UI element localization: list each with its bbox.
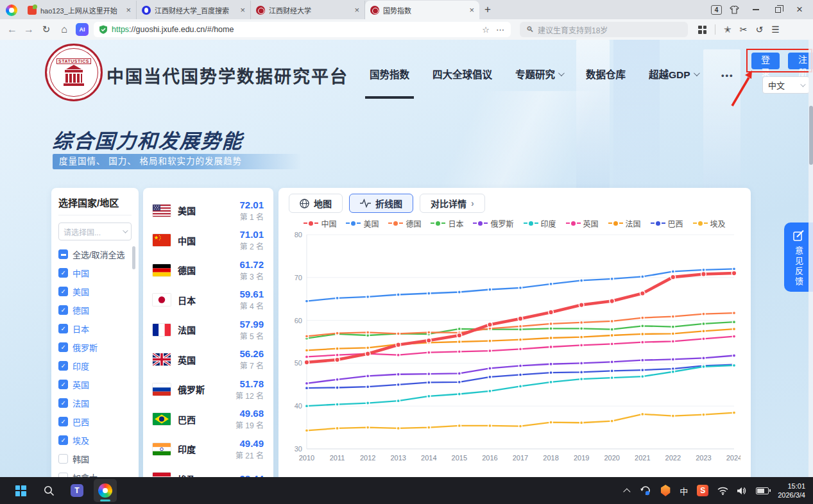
browser-tab[interactable]: 江西财经大学_百度搜索 × bbox=[137, 1, 251, 19]
ranking-row[interactable]: 英国 56.26 第 7 名 bbox=[153, 345, 264, 375]
ranking-row[interactable]: 法国 57.99 第 5 名 bbox=[153, 315, 264, 345]
checkbox[interactable] bbox=[58, 249, 68, 259]
line-view-button[interactable]: 折线图 bbox=[349, 194, 413, 213]
more-options-icon[interactable]: ⋯ bbox=[496, 25, 504, 35]
nav-item[interactable]: 数据仓库 bbox=[586, 67, 626, 81]
window-count-badge[interactable]: 4 bbox=[711, 5, 722, 15]
list-scrollbar-thumb[interactable] bbox=[132, 246, 135, 269]
ranking-row[interactable]: 印度 49.49 第 21 名 bbox=[153, 434, 264, 464]
checkbox[interactable] bbox=[58, 454, 68, 464]
browser-tab[interactable]: hao123_上网从这里开始 × bbox=[22, 1, 137, 19]
map-view-button[interactable]: 地图 bbox=[289, 194, 343, 213]
start-button[interactable] bbox=[9, 479, 32, 502]
taskbar-clock[interactable]: 15:01 2026/3/4 bbox=[778, 482, 805, 500]
checkbox[interactable] bbox=[58, 398, 68, 408]
checkbox[interactable] bbox=[58, 305, 68, 315]
taskbar-browser-button[interactable] bbox=[94, 479, 117, 502]
country-select-dropdown[interactable]: 请选择国... bbox=[58, 223, 132, 240]
back-button[interactable]: ← bbox=[5, 24, 19, 35]
menu-icon[interactable]: ☰ bbox=[771, 24, 780, 35]
nav-item[interactable]: 专题研究 bbox=[515, 67, 563, 81]
country-checkbox-row[interactable]: 印度 bbox=[58, 357, 132, 375]
country-checkbox-row[interactable]: 加拿大 bbox=[58, 468, 132, 477]
legend-item[interactable]: 中国 bbox=[304, 218, 336, 229]
nav-item[interactable]: 国势指数 bbox=[370, 67, 409, 81]
country-checkbox-row[interactable]: 法国 bbox=[58, 394, 132, 412]
ranking-row[interactable]: 中国 71.01 第 2 名 bbox=[153, 226, 264, 256]
taskbar-teams-button[interactable] bbox=[65, 479, 89, 502]
legend-item[interactable]: 法国 bbox=[608, 218, 641, 229]
sync-icon[interactable] bbox=[640, 485, 651, 496]
nav-item[interactable]: 四大全球倡议 bbox=[432, 67, 492, 81]
country-checkbox-row[interactable]: 英国 bbox=[58, 375, 132, 394]
page-scrollbar-thumb[interactable] bbox=[809, 106, 813, 165]
language-select[interactable]: 中文 bbox=[762, 76, 810, 94]
legend-item[interactable]: 美国 bbox=[346, 218, 379, 229]
minimize-button[interactable] bbox=[746, 1, 766, 18]
restore-button[interactable] bbox=[768, 1, 787, 18]
ranking-row[interactable]: 俄罗斯 51.78 第 12 名 bbox=[153, 374, 264, 405]
forward-button[interactable]: → bbox=[22, 24, 36, 35]
screenshot-scissors-icon[interactable]: ✂ bbox=[740, 24, 748, 35]
country-checkbox-row[interactable]: 日本 bbox=[58, 319, 132, 338]
tab-close-icon[interactable]: × bbox=[469, 5, 474, 15]
url-text[interactable]: https://guoshi.jxufe.edu.cn/#/home bbox=[112, 25, 478, 34]
country-checkbox-row[interactable]: 全选/取消全选 bbox=[58, 245, 132, 264]
country-checkbox-row[interactable]: 埃及 bbox=[58, 431, 132, 449]
theme-skin-button[interactable] bbox=[724, 1, 744, 18]
history-undo-icon[interactable]: ↺ bbox=[755, 24, 763, 35]
legend-item[interactable]: 俄罗斯 bbox=[473, 218, 513, 229]
legend-item[interactable]: 日本 bbox=[431, 218, 463, 229]
line-chart[interactable]: 3040506070802010201120122013201420152016… bbox=[289, 230, 740, 466]
apps-grid-icon[interactable] bbox=[698, 26, 706, 34]
sogou-input-icon[interactable] bbox=[697, 485, 708, 496]
checkbox[interactable] bbox=[58, 268, 68, 278]
ranking-row[interactable]: 美国 72.01 第 1 名 bbox=[153, 196, 264, 226]
ranking-row[interactable]: 德国 61.72 第 3 名 bbox=[153, 255, 264, 285]
legend-item[interactable]: 德国 bbox=[388, 218, 421, 229]
tray-expand-icon[interactable] bbox=[623, 488, 630, 495]
site-logo[interactable]: STATUSTICS bbox=[45, 44, 103, 101]
compare-detail-button[interactable]: 对比详情 › bbox=[420, 194, 485, 213]
close-button[interactable]: × bbox=[790, 1, 809, 18]
checkbox[interactable] bbox=[58, 473, 68, 477]
checkbox[interactable] bbox=[58, 342, 68, 352]
country-checkbox-row[interactable]: 德国 bbox=[58, 301, 132, 319]
ranking-row[interactable]: 埃及 38.44 bbox=[153, 464, 264, 478]
ai-assistant-button[interactable]: AI bbox=[76, 23, 89, 36]
favorites-icon[interactable]: ✭ bbox=[724, 24, 732, 35]
tab-close-icon[interactable]: × bbox=[240, 5, 245, 15]
legend-item[interactable]: 埃及 bbox=[693, 218, 726, 229]
wifi-icon[interactable] bbox=[717, 487, 728, 495]
ranking-row[interactable]: 巴西 49.68 第 19 名 bbox=[153, 405, 264, 435]
country-checkbox-row[interactable]: 俄罗斯 bbox=[58, 338, 132, 357]
bookmark-star-icon[interactable]: ☆ bbox=[482, 25, 490, 35]
legend-item[interactable]: 印度 bbox=[524, 218, 556, 229]
country-checkbox-row[interactable]: 巴西 bbox=[58, 412, 132, 431]
checkbox[interactable] bbox=[58, 380, 68, 389]
new-tab-button[interactable]: + bbox=[479, 1, 496, 18]
checkbox[interactable] bbox=[58, 435, 68, 445]
checkbox[interactable] bbox=[58, 287, 68, 296]
taskbar-search-button[interactable] bbox=[37, 479, 60, 502]
nav-item[interactable]: 超越GDP bbox=[649, 67, 698, 81]
browser-tab[interactable]: 江西财经大学 × bbox=[251, 1, 365, 19]
volume-icon[interactable] bbox=[737, 487, 747, 495]
home-button[interactable]: ⌂ bbox=[56, 24, 72, 35]
legend-item[interactable]: 英国 bbox=[566, 218, 599, 229]
address-bar[interactable]: https://guoshi.jxufe.edu.cn/#/home ☆ ⋯ bbox=[94, 22, 511, 37]
battery-icon[interactable] bbox=[756, 487, 769, 494]
tab-close-icon[interactable]: × bbox=[354, 5, 359, 15]
country-checkbox-row[interactable]: 韩国 bbox=[58, 449, 132, 468]
tab-close-icon[interactable]: × bbox=[126, 5, 131, 15]
checkbox[interactable] bbox=[58, 324, 68, 333]
search-box[interactable]: 🔍︎ 建议生育支持到18岁 bbox=[520, 22, 688, 37]
browser-tab[interactable]: 国势指数 × bbox=[365, 1, 479, 19]
legend-item[interactable]: 巴西 bbox=[651, 218, 683, 229]
country-checkbox-row[interactable]: 中国 bbox=[58, 264, 132, 282]
ime-indicator[interactable]: 中 bbox=[680, 485, 688, 497]
country-checkbox-row[interactable]: 美国 bbox=[58, 282, 132, 301]
security-shield-icon[interactable] bbox=[660, 485, 671, 496]
ranking-row[interactable]: 日本 59.61 第 4 名 bbox=[153, 285, 264, 315]
checkbox[interactable] bbox=[58, 361, 68, 371]
